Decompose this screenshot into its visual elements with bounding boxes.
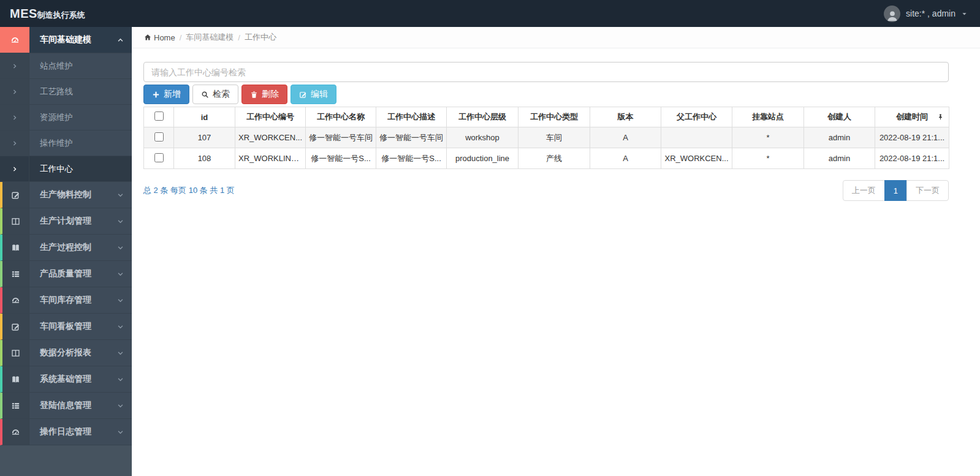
chevron-down-icon — [108, 182, 132, 208]
edit-icon — [299, 91, 307, 99]
sidebar-item-work-center[interactable]: 工作中心 — [0, 156, 132, 182]
breadcrumb-separator: / — [175, 33, 186, 42]
chevron-down-icon — [108, 235, 132, 260]
chevron-right-icon — [0, 130, 29, 156]
sidebar-item-label: 操作维护 — [29, 130, 132, 156]
prev-page-button[interactable]: 上一页 — [843, 180, 885, 201]
sidebar-group-label: 操作日志管理 — [29, 419, 108, 445]
table-cell: 修一智能一号S... — [376, 148, 447, 169]
table-cell: A — [590, 127, 661, 148]
select-all-checkbox[interactable] — [154, 111, 164, 121]
brand-sub: 制造执行系统 — [37, 10, 85, 21]
breadcrumb-home[interactable]: Home — [144, 33, 175, 42]
sidebar-group-data-analysis-report[interactable]: 数据分析报表 — [0, 340, 132, 366]
table-cell: 修一智能一号S... — [306, 148, 376, 169]
sidebar-item-operation-maintenance[interactable]: 操作维护 — [0, 130, 132, 156]
table-row[interactable]: 108XR_WORKLINE...修一智能一号S...修一智能一号S...pro… — [144, 148, 949, 169]
sidebar-item-resource-maintenance[interactable]: 资源维护 — [0, 105, 132, 130]
table-cell: 2022-08-19 21:1... — [875, 127, 949, 148]
breadcrumb-section[interactable]: 车间基础建模 — [186, 32, 234, 43]
table-cell: 车间 — [518, 127, 590, 148]
topbar: MES制造执行系统 site:* , admin — [0, 0, 980, 27]
chevron-right-icon — [0, 79, 29, 104]
search-button[interactable]: 检索 — [192, 85, 238, 104]
gauge-icon — [2, 287, 29, 313]
brand-main: MES — [10, 7, 37, 21]
chevron-down-icon — [108, 261, 132, 287]
sidebar-group-product-quality-management[interactable]: 产品质量管理 — [0, 261, 132, 287]
column-header: 父工作中心 — [661, 107, 732, 127]
person-icon — [886, 9, 899, 22]
table-row[interactable]: 107XR_WORKCEN...修一智能一号车间修一智能一号车间workshop… — [144, 127, 949, 148]
sidebar-group-label: 生产计划管理 — [29, 208, 108, 234]
search-input[interactable] — [143, 62, 949, 82]
sidebar-item-label: 站点维护 — [29, 53, 132, 78]
sidebar-item-process-route[interactable]: 工艺路线 — [0, 79, 132, 105]
sidebar-group-workshop-basic-modeling[interactable]: 车间基础建模 — [0, 27, 132, 53]
table-cell: 修一智能一号车间 — [306, 127, 376, 148]
sidebar-item-site-maintenance[interactable]: 站点维护 — [0, 53, 132, 79]
table-body: 107XR_WORKCEN...修一智能一号车间修一智能一号车间workshop… — [144, 127, 949, 169]
chevron-down-icon — [108, 314, 132, 339]
select-all-header — [144, 107, 174, 127]
pin-icon[interactable] — [937, 114, 944, 121]
gauge-icon — [0, 27, 29, 53]
plus-icon — [152, 91, 160, 99]
sidebar-group-label: 生产过程控制 — [29, 235, 108, 260]
pager: 上一页 1 下一页 — [843, 180, 949, 201]
sidebar-group-production-material-control[interactable]: 生产物料控制 — [0, 182, 132, 208]
gauge-icon — [2, 419, 29, 445]
sidebar-group-system-basic-management[interactable]: 系统基础管理 — [0, 366, 132, 393]
sidebar-group-label: 生产物料控制 — [29, 182, 108, 208]
user-label: site:* , admin — [906, 9, 955, 18]
chevron-down-icon — [108, 419, 132, 445]
edit-button[interactable]: 编辑 — [291, 85, 336, 104]
breadcrumb: Home / 车间基础建模 / 工作中心 — [132, 27, 980, 48]
breadcrumb-home-label: Home — [154, 33, 175, 42]
book-icon — [2, 235, 29, 260]
home-icon — [144, 34, 151, 41]
page-1-button[interactable]: 1 — [884, 180, 907, 201]
sidebar-group-label: 车间基础建模 — [29, 27, 108, 53]
sidebar: 车间基础建模站点维护工艺路线资源维护操作维护工作中心生产物料控制生产计划管理生产… — [0, 27, 132, 476]
sidebar-group-operation-log-management[interactable]: 操作日志管理 — [0, 419, 132, 445]
sidebar-item-label: 工作中心 — [29, 156, 132, 181]
table-cell: production_line — [447, 148, 518, 169]
chevron-down-icon — [108, 287, 132, 313]
table-cell: admin — [804, 148, 875, 169]
table-cell: XR_WORKCEN... — [661, 148, 732, 169]
row-select-cell — [144, 148, 174, 169]
list-icon — [2, 261, 29, 287]
add-button[interactable]: 新增 — [143, 85, 189, 104]
user-menu[interactable]: site:* , admin — [884, 6, 968, 22]
sidebar-group-production-process-control[interactable]: 生产过程控制 — [0, 235, 132, 261]
next-page-button[interactable]: 下一页 — [906, 180, 949, 201]
row-checkbox[interactable] — [154, 132, 164, 142]
chevron-down-icon — [108, 393, 132, 418]
chevron-right-icon — [0, 156, 29, 181]
sidebar-group-production-plan-management[interactable]: 生产计划管理 — [0, 208, 132, 235]
table-cell — [661, 127, 732, 148]
sidebar-group-label: 车间库存管理 — [29, 287, 108, 313]
sidebar-group-label: 车间看板管理 — [29, 314, 108, 339]
pagination-summary: 总 2 条 每页 10 条 共 1 页 — [143, 185, 235, 196]
toolbar-buttons: 新增检索删除编辑 — [143, 85, 949, 104]
app-shell: 车间基础建模站点维护工艺路线资源维护操作维护工作中心生产物料控制生产计划管理生产… — [0, 27, 980, 476]
caret-down-icon — [961, 10, 968, 17]
sidebar-group-workshop-inventory-management[interactable]: 车间库存管理 — [0, 287, 132, 314]
table-cell: * — [732, 127, 804, 148]
delete-button[interactable]: 删除 — [241, 85, 287, 104]
table-cell: 107 — [174, 127, 235, 148]
column-header: 挂靠站点 — [732, 107, 804, 127]
sidebar-item-label: 资源维护 — [29, 105, 132, 130]
sidebar-group-workshop-kanban-management[interactable]: 车间看板管理 — [0, 314, 132, 340]
column-header: 工作中心类型 — [518, 107, 590, 127]
sidebar-group-label: 系统基础管理 — [29, 366, 108, 392]
breadcrumb-separator: / — [234, 33, 245, 42]
sidebar-group-login-info-management[interactable]: 登陆信息管理 — [0, 393, 132, 419]
table-cell: * — [732, 148, 804, 169]
row-checkbox[interactable] — [154, 153, 164, 162]
table-cell: XR_WORKCEN... — [235, 127, 306, 148]
chevron-up-icon — [108, 27, 132, 53]
table-cell: workshop — [447, 127, 518, 148]
